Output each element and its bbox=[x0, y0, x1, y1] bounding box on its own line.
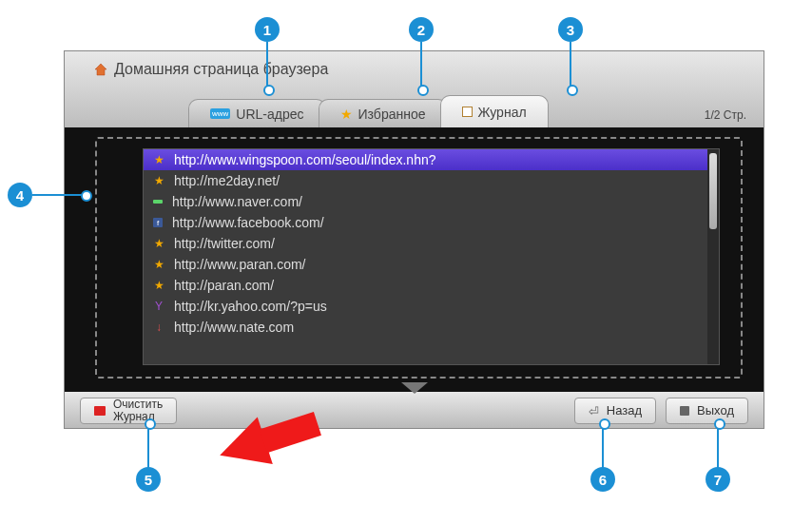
star-icon: ★ bbox=[153, 237, 164, 250]
callout-3: 3 bbox=[558, 17, 583, 42]
list-item-url: http://paran.com/ bbox=[174, 278, 274, 293]
callout-6: 6 bbox=[590, 467, 615, 492]
callout-2: 2 bbox=[409, 17, 434, 42]
tab-favorites[interactable]: ★ Избранное bbox=[319, 99, 448, 127]
list-item-url: http://twitter.com/ bbox=[174, 236, 275, 251]
callout-3-stem bbox=[570, 42, 571, 91]
tab-history[interactable]: Журнал bbox=[440, 95, 549, 127]
callout-4-stem bbox=[32, 194, 87, 196]
callout-5-stem bbox=[147, 426, 149, 468]
star-icon: ★ bbox=[153, 153, 164, 166]
list-item[interactable]: f http://www.facebook.com/ bbox=[144, 212, 719, 233]
callout-7-stem bbox=[717, 426, 719, 468]
back-button[interactable]: ⏎ Назад bbox=[574, 398, 656, 424]
list-item-url: http://www.naver.com/ bbox=[172, 194, 302, 209]
back-label: Назад bbox=[607, 404, 642, 418]
history-list[interactable]: ★ http://www.wingspoon.com/seoul/index.n… bbox=[143, 148, 720, 365]
red-square-icon bbox=[94, 406, 106, 416]
star-icon: ★ bbox=[153, 258, 164, 271]
www-icon: www bbox=[210, 108, 230, 119]
star-icon: ★ bbox=[340, 107, 353, 122]
exit-button[interactable]: Выход bbox=[666, 398, 748, 424]
list-item-url: http://me2day.net/ bbox=[174, 173, 280, 188]
list-item[interactable]: ★ http://twitter.com/ bbox=[144, 233, 719, 254]
history-icon bbox=[462, 107, 473, 117]
tab-history-label: Журнал bbox=[478, 105, 527, 120]
callout-4: 4 bbox=[8, 183, 32, 207]
star-icon: ★ bbox=[153, 174, 164, 187]
list-item[interactable]: Y http://kr.yahoo.com/?p=us bbox=[144, 296, 719, 317]
tab-favorites-label: Избранное bbox=[358, 107, 426, 122]
callout-5: 5 bbox=[136, 467, 161, 492]
tab-url-label: URL-адрес bbox=[236, 107, 303, 122]
callout-1: 1 bbox=[255, 17, 280, 42]
callout-6-stem bbox=[602, 426, 604, 468]
list-item[interactable]: ★ http://www.paran.com/ bbox=[144, 254, 719, 275]
browser-panel: Домашняя страница браузера www URL-адрес… bbox=[64, 50, 764, 429]
top-bar: Домашняя страница браузера www URL-адрес… bbox=[65, 51, 764, 127]
home-label: Домашняя страница браузера bbox=[114, 61, 328, 78]
list-item-url: http://www.paran.com/ bbox=[174, 257, 306, 272]
callout-1-stem bbox=[266, 42, 268, 91]
home-link[interactable]: Домашняя страница браузера bbox=[65, 51, 764, 78]
chevron-down-icon[interactable] bbox=[401, 382, 428, 394]
tab-url[interactable]: www URL-адрес bbox=[188, 99, 326, 127]
dash-icon bbox=[153, 200, 163, 204]
clear-history-label: ОчиститьЖурнал bbox=[113, 398, 163, 422]
clear-history-button[interactable]: ОчиститьЖурнал bbox=[80, 398, 177, 424]
list-item[interactable]: ★ http://paran.com/ bbox=[144, 275, 719, 296]
arrow-down-icon: ↓ bbox=[153, 320, 164, 334]
list-item-url: http://www.facebook.com/ bbox=[172, 215, 324, 230]
bottom-bar: ОчиститьЖурнал ⏎ Назад Выход bbox=[65, 392, 764, 429]
scrollbar[interactable] bbox=[707, 149, 719, 364]
list-item-url: http://www.nate.com bbox=[174, 320, 294, 335]
back-icon: ⏎ bbox=[589, 404, 599, 418]
callout-2-stem bbox=[420, 42, 422, 91]
scrollbar-thumb[interactable] bbox=[709, 153, 717, 229]
list-item[interactable]: ★ http://www.wingspoon.com/seoul/index.n… bbox=[144, 149, 719, 170]
list-item-url: http://kr.yahoo.com/?p=us bbox=[174, 299, 327, 314]
callout-7: 7 bbox=[706, 467, 730, 492]
exit-label: Выход bbox=[697, 404, 734, 418]
page-indicator: 1/2 Стр. bbox=[705, 108, 746, 122]
list-item-url: http://www.wingspoon.com/seoul/index.nhn… bbox=[174, 152, 436, 167]
content-area: ★ http://www.wingspoon.com/seoul/index.n… bbox=[65, 127, 764, 392]
star-icon: ★ bbox=[153, 279, 164, 292]
list-item[interactable]: ★ http://me2day.net/ bbox=[144, 170, 719, 191]
facebook-icon: f bbox=[153, 218, 163, 227]
yahoo-icon: Y bbox=[153, 300, 164, 313]
list-item[interactable]: http://www.naver.com/ bbox=[144, 191, 719, 212]
list-item[interactable]: ↓ http://www.nate.com bbox=[144, 317, 719, 338]
exit-icon bbox=[680, 406, 689, 416]
home-icon bbox=[93, 62, 108, 77]
